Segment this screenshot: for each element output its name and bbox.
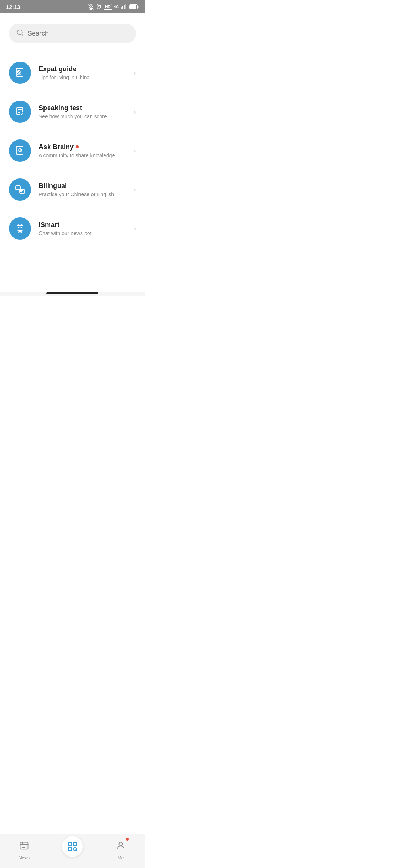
svg-point-34 (18, 227, 19, 228)
menu-item-speaking-test[interactable]: Speaking test See how much you can score… (0, 92, 145, 131)
expat-guide-text: Expat guide Tips for living in China (39, 65, 134, 80)
ask-brainy-title: Ask Brainy (39, 143, 134, 151)
bilingual-title: Bilingual (39, 182, 134, 190)
status-icons: HD 4G (88, 4, 139, 10)
speaking-test-chevron: › (134, 108, 136, 116)
home-indicator (46, 292, 98, 294)
status-time: 12:13 (6, 4, 20, 10)
svg-rect-13 (138, 6, 139, 8)
svg-rect-28 (20, 190, 25, 193)
bilingual-text: Bilingual Practice your Chinese or Engli… (39, 182, 134, 197)
expat-guide-icon (9, 62, 31, 84)
ismart-icon (9, 217, 31, 240)
bilingual-chevron: › (134, 186, 136, 194)
svg-rect-9 (125, 4, 126, 9)
bilingual-subtitle: Practice your Chinese or English (39, 191, 134, 197)
svg-line-15 (22, 34, 23, 36)
ask-brainy-chevron: › (134, 147, 136, 155)
status-bar: 12:13 HD 4G (0, 0, 145, 13)
search-bar[interactable] (9, 24, 136, 43)
expat-guide-subtitle: Tips for living in China (39, 75, 134, 80)
svg-rect-27 (16, 186, 20, 190)
signal-icon (121, 4, 127, 9)
ismart-title: iSmart (39, 221, 134, 229)
bilingual-icon (9, 178, 31, 201)
ask-brainy-icon: ? (9, 139, 31, 162)
search-icon (16, 29, 24, 38)
svg-rect-6 (121, 7, 122, 9)
expat-guide-title: Expat guide (39, 65, 134, 73)
svg-rect-12 (130, 5, 136, 9)
speaking-test-text: Speaking test See how much you can score (39, 104, 134, 119)
speaking-test-title: Speaking test (39, 104, 134, 112)
svg-point-36 (21, 227, 22, 228)
menu-item-ismart[interactable]: iSmart Chat with our news bot › (0, 209, 145, 248)
ask-brainy-text: Ask Brainy A community to share knowledg… (39, 143, 134, 158)
network-badge: 4G (114, 5, 119, 9)
ask-brainy-notification-dot (76, 145, 79, 148)
svg-line-5 (100, 5, 101, 6)
menu-item-expat-guide[interactable]: Expat guide Tips for living in China › (0, 53, 145, 92)
svg-line-18 (18, 71, 20, 73)
speaking-test-icon (9, 101, 31, 123)
svg-text:?: ? (20, 149, 21, 152)
ismart-text: iSmart Chat with our news bot (39, 221, 134, 236)
svg-rect-7 (122, 6, 123, 9)
battery-icon (129, 4, 139, 9)
mute-icon (88, 4, 94, 10)
expat-guide-chevron: › (134, 69, 136, 77)
svg-rect-10 (127, 4, 127, 9)
svg-line-4 (97, 5, 98, 6)
search-container (0, 13, 145, 53)
hd-badge: HD (104, 4, 112, 10)
ismart-subtitle: Chat with our news bot (39, 230, 134, 236)
menu-item-ask-brainy[interactable]: ? Ask Brainy A community to share knowle… (0, 131, 145, 170)
speaking-test-subtitle: See how much you can score (39, 114, 134, 119)
home-bar (0, 292, 145, 296)
svg-point-35 (20, 227, 21, 228)
ask-brainy-subtitle: A community to share knowledge (39, 152, 134, 158)
svg-rect-8 (124, 5, 125, 9)
menu-item-bilingual[interactable]: Bilingual Practice your Chinese or Engli… (0, 170, 145, 209)
menu-list: Expat guide Tips for living in China › S… (0, 53, 145, 248)
search-input[interactable] (27, 30, 128, 37)
ismart-chevron: › (134, 225, 136, 233)
alarm-icon (96, 4, 102, 10)
